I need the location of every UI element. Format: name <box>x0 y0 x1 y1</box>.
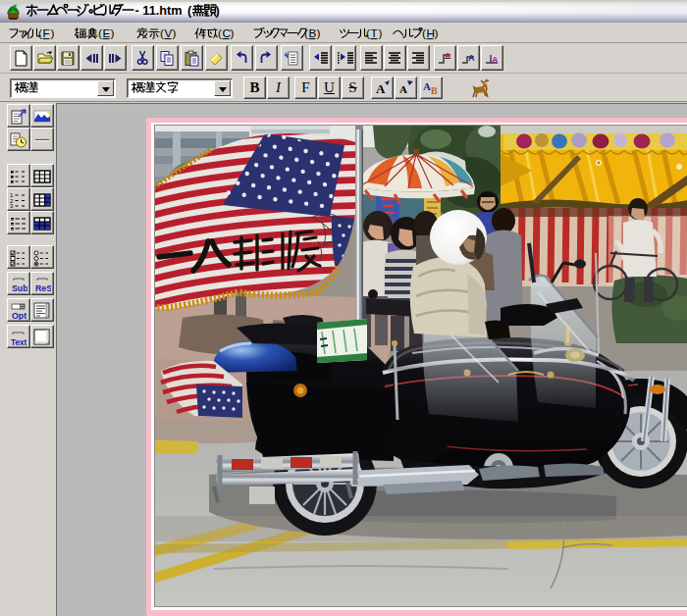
svg-text:(: ( <box>187 4 192 18</box>
svg-text:): ) <box>231 27 235 40</box>
svg-text:- 11.htm: - 11.htm <box>132 4 185 18</box>
svg-text:(: ( <box>160 27 164 40</box>
svg-text:): ) <box>379 27 383 40</box>
svg-text:): ) <box>216 4 220 18</box>
svg-text:): ) <box>111 27 115 40</box>
svg-text:B: B <box>431 85 438 96</box>
svg-text:A: A <box>399 83 407 95</box>
svg-text:): ) <box>51 27 55 40</box>
svg-text:Text: Text <box>11 338 26 347</box>
svg-text:ReS: ReS <box>35 283 51 293</box>
svg-text:A: A <box>468 53 475 63</box>
svg-text:(: ( <box>218 27 222 40</box>
svg-text:A: A <box>492 55 499 65</box>
svg-text:(: ( <box>304 27 308 40</box>
svg-text:): ) <box>317 27 321 40</box>
svg-text:): ) <box>435 27 439 40</box>
svg-text:3: 3 <box>10 203 14 209</box>
svg-text:(: ( <box>38 27 42 40</box>
svg-text:A: A <box>445 51 451 61</box>
svg-text:A: A <box>376 81 386 96</box>
svg-text:): ) <box>173 27 177 40</box>
svg-text:Opt: Opt <box>12 311 26 321</box>
svg-text:A: A <box>423 80 431 92</box>
svg-text:(: ( <box>422 27 426 40</box>
svg-text:(: ( <box>366 27 370 40</box>
svg-text:Sub: Sub <box>12 283 27 293</box>
svg-text:(: ( <box>98 27 102 40</box>
